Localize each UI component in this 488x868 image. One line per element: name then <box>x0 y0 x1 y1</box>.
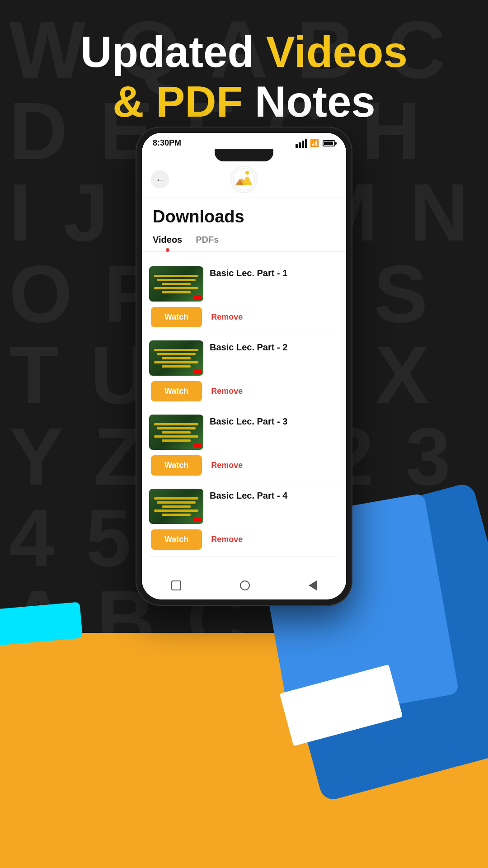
app-logo <box>230 166 258 193</box>
notch-area <box>142 149 346 161</box>
remove-button-1[interactable]: Remove <box>211 312 243 322</box>
hero-title: Updated Videos & PDF Notes <box>0 27 488 127</box>
video-thumbnail-3 <box>149 415 203 450</box>
video-title-1: Basic Lec. Part - 1 <box>210 266 339 278</box>
status-icons: 📶 <box>296 139 335 148</box>
phone-mockup: 8:30PM 📶 ← <box>136 127 352 606</box>
status-time: 8:30PM <box>153 138 181 148</box>
thumb-badge-1 <box>194 295 202 300</box>
remove-button-3[interactable]: Remove <box>211 461 243 470</box>
page-title-section: Downloads <box>142 198 346 230</box>
video-title-3: Basic Lec. Part - 3 <box>210 415 339 427</box>
video-item-2-top: Basic Lec. Part - 2 <box>149 340 339 376</box>
logo-svg <box>233 168 255 191</box>
video-item-2: Basic Lec. Part - 2 Watch Remove <box>149 334 339 408</box>
video-actions-4: Watch Remove <box>149 529 339 550</box>
video-actions-2: Watch Remove <box>149 381 339 401</box>
page-title: Downloads <box>153 207 335 226</box>
phone-nav-bar <box>142 573 346 599</box>
remove-button-4[interactable]: Remove <box>211 535 243 544</box>
video-actions-3: Watch Remove <box>149 455 339 476</box>
phone-notch <box>215 149 273 161</box>
video-title-2: Basic Lec. Part - 2 <box>210 340 339 353</box>
tab-pdfs[interactable]: PDFs <box>196 230 219 251</box>
watch-button-2[interactable]: Watch <box>151 381 202 401</box>
wifi-icon: 📶 <box>310 139 319 147</box>
battery-icon <box>323 140 335 146</box>
nav-square-icon[interactable] <box>171 580 181 590</box>
signal-icon <box>296 139 307 148</box>
video-actions-1: Watch Remove <box>149 307 339 327</box>
phone-screen: 8:30PM 📶 ← <box>142 133 346 599</box>
watch-button-4[interactable]: Watch <box>151 529 202 550</box>
video-item-1-top: Basic Lec. Part - 1 <box>149 266 339 302</box>
video-title-4: Basic Lec. Part - 4 <box>210 489 339 501</box>
svg-point-0 <box>233 169 255 190</box>
watch-button-3[interactable]: Watch <box>151 455 202 476</box>
thumb-badge-4 <box>194 518 202 522</box>
video-thumbnail-1 <box>149 266 203 302</box>
app-header: ← <box>142 161 346 198</box>
thumb-badge-3 <box>194 443 202 448</box>
hero-highlight-pdf: & PDF <box>113 77 243 126</box>
nav-back-icon[interactable] <box>309 580 317 590</box>
svg-point-6 <box>245 171 249 175</box>
watch-button-1[interactable]: Watch <box>151 307 202 327</box>
nav-circle-icon[interactable] <box>240 580 250 590</box>
remove-button-2[interactable]: Remove <box>211 387 243 396</box>
thumb-badge-2 <box>194 369 202 374</box>
video-list: Basic Lec. Part - 1 Watch Remove <box>142 255 346 573</box>
video-item-3-top: Basic Lec. Part - 3 <box>149 415 339 450</box>
hero-section: Updated Videos & PDF Notes <box>0 27 488 127</box>
svg-marker-5 <box>246 175 249 177</box>
tab-videos[interactable]: Videos <box>153 230 182 251</box>
video-item-3: Basic Lec. Part - 3 Watch Remove <box>149 408 339 482</box>
phone-outer-frame: 8:30PM 📶 ← <box>136 127 352 606</box>
back-button[interactable]: ← <box>151 170 169 189</box>
video-thumbnail-4 <box>149 489 203 524</box>
video-item-4-top: Basic Lec. Part - 4 <box>149 489 339 524</box>
video-item-4: Basic Lec. Part - 4 Watch Remove <box>149 482 339 557</box>
back-arrow-icon: ← <box>155 175 164 185</box>
svg-marker-4 <box>240 176 243 179</box>
tabs-bar[interactable]: Videos PDFs <box>142 230 346 252</box>
video-thumbnail-2 <box>149 340 203 376</box>
video-item-1: Basic Lec. Part - 1 Watch Remove <box>149 260 339 334</box>
hero-highlight-videos: Videos <box>266 28 408 76</box>
